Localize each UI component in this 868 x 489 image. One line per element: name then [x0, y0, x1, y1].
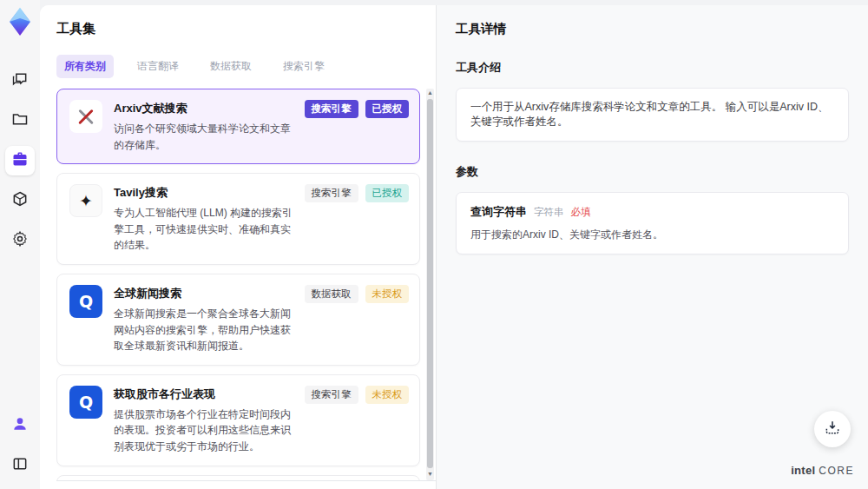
param-name: 查询字符串 — [470, 204, 527, 220]
news-search-icon: Q — [69, 285, 102, 318]
gear-icon — [11, 230, 29, 251]
param-box: 查询字符串 字符串 必填 用于搜索的Arxiv ID、关键字或作者姓名。 — [456, 192, 849, 254]
intel-core-logo: intel core — [791, 464, 854, 477]
tool-card-sector-performance[interactable]: Q 获取股市各行业表现 提供股票市场各个行业在特定时间段内的表现。投资者可以利用… — [56, 374, 420, 466]
status-badge: 已授权 — [365, 100, 410, 118]
tool-description: 提供股票市场各个行业在特定时间段内的表现。投资者可以利用这些信息来识别表现优于或… — [114, 406, 299, 455]
category-badge: 搜索引擎 — [305, 386, 358, 404]
intro-heading: 工具介绍 — [456, 60, 849, 76]
app-sidebar — [0, 0, 40, 489]
param-type: 字符串 — [534, 206, 564, 219]
sidebar-collapse-button[interactable] — [5, 451, 35, 480]
tools-panel: 工具集 所有类别 语言翻译 数据获取 搜索引擎 Arxiv文献搜索 访问各个研究… — [40, 5, 436, 489]
tool-list-scrollbar[interactable]: ▲ ▼ — [426, 89, 434, 480]
scroll-up-icon[interactable]: ▲ — [426, 89, 434, 97]
tool-card-global-news[interactable]: Q 全球新闻搜索 全球新闻搜索是一个聚合全球各大新闻网站内容的搜索引擎，帮助用户… — [56, 274, 420, 366]
sidebar-item-settings[interactable] — [5, 226, 35, 255]
intro-text: 一个用于从Arxiv存储库搜索科学论文和文章的工具。 输入可以是Arxiv ID… — [470, 101, 829, 128]
sidebar-item-files[interactable] — [5, 106, 35, 135]
panel-layout-icon — [11, 455, 29, 476]
sidebar-item-tools[interactable] — [5, 146, 35, 175]
status-badge: 未授权 — [365, 386, 410, 404]
tool-name: 全球新闻搜索 — [114, 286, 299, 301]
tool-name: Tavily搜索 — [114, 185, 299, 201]
tool-card-tavily[interactable]: ✦ Tavily搜索 专为人工智能代理 (LLM) 构建的搜索引擎工具，可快速提… — [56, 173, 420, 265]
tab-search-engine[interactable]: 搜索引擎 — [275, 55, 332, 78]
sidebar-item-profile[interactable] — [5, 411, 35, 440]
tavily-star-icon: ✦ — [69, 184, 102, 217]
tool-detail-panel: 工具详情 工具介绍 一个用于从Arxiv存储库搜索科学论文和文章的工具。 输入可… — [436, 5, 868, 489]
tool-description: 全球新闻搜索是一个聚合全球各大新闻网站内容的搜索引擎，帮助用户快速获取全球最新资… — [114, 306, 299, 354]
tool-name: Arxiv文献搜索 — [114, 101, 299, 116]
category-badge: 数据获取 — [305, 285, 358, 303]
tab-all-categories[interactable]: 所有类别 — [56, 55, 114, 78]
params-heading: 参数 — [456, 164, 849, 180]
tool-name: 获取股市各行业表现 — [114, 387, 299, 402]
param-description: 用于搜索的Arxiv ID、关键字或作者姓名。 — [470, 228, 834, 242]
tab-translation[interactable]: 语言翻译 — [129, 55, 187, 78]
tool-description: 专为人工智能代理 (LLM) 构建的搜索引擎工具，可快速提供实时、准确和真实的结… — [114, 205, 299, 254]
cube-icon — [11, 190, 29, 211]
user-avatar-icon — [11, 415, 29, 436]
tab-data-fetch[interactable]: 数据获取 — [202, 55, 260, 78]
chat-icon — [11, 70, 29, 91]
param-required-flag: 必填 — [571, 206, 591, 219]
download-icon — [824, 419, 841, 439]
sidebar-item-models[interactable] — [5, 186, 35, 215]
category-badge: 搜索引擎 — [305, 184, 358, 202]
folder-icon — [11, 110, 29, 131]
status-badge: 已授权 — [365, 184, 410, 202]
tool-list: Arxiv文献搜索 访问各个研究领域大量科学论文和文章的存储库。 搜索引擎 已授… — [56, 89, 436, 481]
category-tabs: 所有类别 语言翻译 数据获取 搜索引擎 — [56, 55, 436, 78]
main-content: 工具集 所有类别 语言翻译 数据获取 搜索引擎 Arxiv文献搜索 访问各个研究… — [40, 5, 868, 489]
download-button[interactable] — [814, 411, 851, 447]
tool-description: 访问各个研究领域大量科学论文和文章的存储库。 — [114, 121, 299, 153]
scroll-down-icon[interactable]: ▼ — [426, 470, 434, 479]
tool-card-active-stocks[interactable]: Q 获取市场最活跃股票信息 提供当天交易量最高的股票列表，投资者可以利用这些信息… — [56, 475, 420, 481]
category-badge: 搜索引擎 — [305, 100, 358, 118]
scrollbar-thumb[interactable] — [427, 99, 433, 468]
tool-card-arxiv[interactable]: Arxiv文献搜索 访问各个研究领域大量科学论文和文章的存储库。 搜索引擎 已授… — [56, 89, 420, 164]
page-title: 工具集 — [56, 21, 436, 37]
toolbox-icon — [11, 150, 29, 171]
sidebar-item-chat[interactable] — [5, 66, 35, 96]
detail-title: 工具详情 — [456, 21, 849, 37]
intro-box: 一个用于从Arxiv存储库搜索科学论文和文章的工具。 输入可以是Arxiv ID… — [456, 88, 849, 142]
news-search-icon: Q — [69, 386, 102, 419]
status-badge: 未授权 — [365, 285, 410, 303]
app-logo-icon — [7, 7, 33, 36]
arxiv-logo-icon — [69, 100, 102, 133]
